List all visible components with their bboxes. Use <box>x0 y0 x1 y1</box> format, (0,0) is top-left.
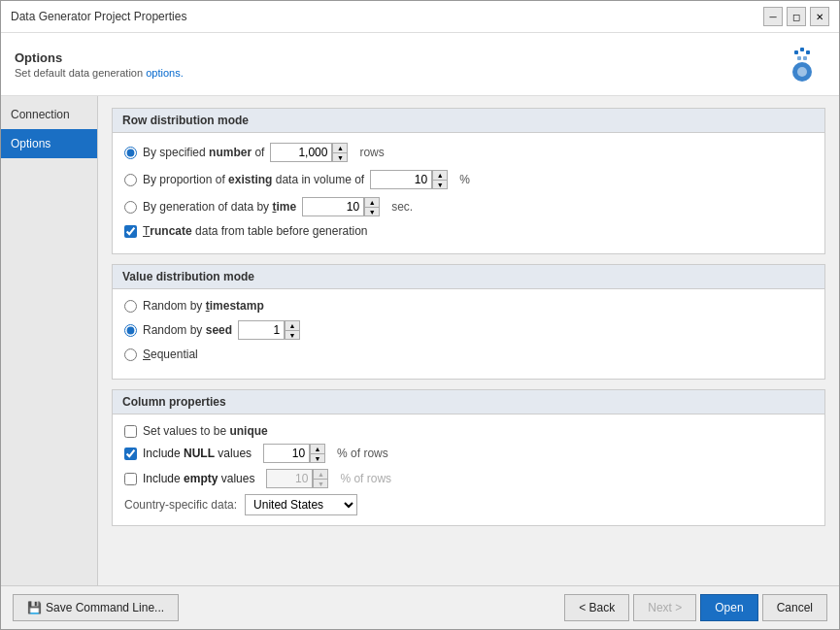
save-command-line-button[interactable]: 💾 Save Command Line... <box>13 594 179 621</box>
row-option1-row: By specified number of ▲ ▼ rows <box>124 143 813 162</box>
empty-unit: % of rows <box>340 472 391 485</box>
row-option2-radio[interactable] <box>124 174 137 186</box>
truncate-checkbox[interactable] <box>124 225 137 238</box>
country-label: Country-specific data: <box>124 498 237 512</box>
truncate-row: Truncate data from table before generati… <box>124 224 813 238</box>
null-down[interactable]: ▼ <box>310 453 325 463</box>
options-link[interactable]: options. <box>146 67 184 79</box>
val-option2-radio[interactable] <box>124 324 137 337</box>
null-unit: % of rows <box>337 447 388 460</box>
row-option3-radio[interactable] <box>124 201 137 214</box>
column-properties-body: Set values to be unique Include NULL val… <box>113 414 824 525</box>
unique-checkbox[interactable] <box>124 425 137 438</box>
next-button[interactable]: Next > <box>633 594 696 621</box>
seed-down[interactable]: ▼ <box>285 330 300 340</box>
row-option1-label: By specified number of <box>143 146 264 159</box>
sidebar: Connection Options <box>1 96 98 585</box>
null-label: Include NULL values <box>143 447 252 460</box>
null-value-input[interactable] <box>263 444 310 463</box>
back-button[interactable]: < Back <box>564 594 629 621</box>
column-properties-title: Column properties <box>113 390 824 414</box>
null-row: Include NULL values ▲ ▼ % of rows <box>124 444 813 463</box>
svg-rect-5 <box>803 56 807 60</box>
val-option1-label: Random by timestamp <box>143 299 264 313</box>
footer-right: < Back Next > Open Cancel <box>564 594 827 621</box>
main-content: Row distribution mode By specified numbe… <box>98 96 839 585</box>
null-spinner: ▲ ▼ <box>263 444 325 463</box>
val-option3-label: Sequential <box>143 348 198 361</box>
row-option1-spinner: ▲ ▼ <box>270 143 348 162</box>
row-time-up[interactable]: ▲ <box>364 197 380 207</box>
window: Data Generator Project Properties ─ ◻ ✕ … <box>0 0 840 630</box>
val-option1-row: Random by timestamp <box>124 299 813 313</box>
svg-rect-2 <box>800 48 804 51</box>
row-option2-row: By proportion of existing data in volume… <box>124 170 813 189</box>
empty-row: Include empty values ▲ ▼ % of rows <box>124 469 813 488</box>
empty-down[interactable]: ▼ <box>313 479 328 488</box>
row-time-spinner-buttons: ▲ ▼ <box>364 197 380 216</box>
row-proportion-up[interactable]: ▲ <box>432 170 448 180</box>
empty-checkbox[interactable] <box>124 473 137 485</box>
value-distribution-title: Value distribution mode <box>113 265 824 289</box>
empty-value-input[interactable] <box>266 469 313 488</box>
row-option2-spinner: ▲ ▼ <box>370 170 448 189</box>
seed-up[interactable]: ▲ <box>285 320 300 330</box>
svg-rect-4 <box>797 56 801 60</box>
empty-label: Include empty values <box>143 472 254 485</box>
title-bar: Data Generator Project Properties ─ ◻ ✕ <box>1 1 839 33</box>
restore-button[interactable]: ◻ <box>787 7 806 26</box>
row-proportion-down[interactable]: ▼ <box>432 180 448 189</box>
empty-spinner-buttons: ▲ ▼ <box>313 469 328 488</box>
header-icon <box>779 41 825 87</box>
svg-rect-1 <box>794 50 798 54</box>
row-option3-label: By generation of data by time <box>143 200 296 214</box>
unique-row: Set values to be unique <box>124 424 813 438</box>
row-number-input[interactable] <box>270 143 332 162</box>
row-time-down[interactable]: ▼ <box>364 207 380 216</box>
sidebar-item-connection[interactable]: Connection <box>1 100 97 129</box>
row-proportion-spinner-buttons: ▲ ▼ <box>432 170 448 189</box>
row-number-up[interactable]: ▲ <box>332 143 348 152</box>
row-number-spinner-buttons: ▲ ▼ <box>332 143 348 162</box>
val-option3-radio[interactable] <box>124 348 137 361</box>
open-button[interactable]: Open <box>700 594 757 621</box>
footer: 💾 Save Command Line... < Back Next > Ope… <box>1 585 839 629</box>
val-option1-radio[interactable] <box>124 300 137 313</box>
val-option3-row: Sequential <box>124 348 813 361</box>
value-distribution-section: Value distribution mode Random by timest… <box>112 264 825 380</box>
country-row: Country-specific data: United States Uni… <box>124 494 813 515</box>
row-distribution-body: By specified number of ▲ ▼ rows <box>113 133 824 253</box>
cancel-button[interactable]: Cancel <box>762 594 827 621</box>
save-icon: 💾 <box>27 601 42 614</box>
truncate-label: Truncate data from table before generati… <box>143 224 368 238</box>
val-option2-label: Random by seed <box>143 323 232 337</box>
body: Connection Options Row distribution mode… <box>1 96 839 585</box>
empty-up[interactable]: ▲ <box>313 469 328 479</box>
svg-point-6 <box>797 67 807 77</box>
null-up[interactable]: ▲ <box>310 444 325 453</box>
row-option2-label: By proportion of existing data in volume… <box>143 173 364 186</box>
close-button[interactable]: ✕ <box>810 7 829 26</box>
sidebar-item-options[interactable]: Options <box>1 129 97 158</box>
column-properties-section: Column properties Set values to be uniqu… <box>112 389 825 526</box>
null-spinner-buttons: ▲ ▼ <box>310 444 325 463</box>
country-select[interactable]: United States United Kingdom Canada Germ… <box>245 494 357 515</box>
unique-label: Set values to be unique <box>143 424 268 438</box>
row-proportion-input[interactable] <box>370 170 432 189</box>
seed-input[interactable] <box>238 320 285 340</box>
row-option1-unit: rows <box>359 146 384 159</box>
title-bar-left: Data Generator Project Properties <box>11 10 186 23</box>
row-option2-unit: % <box>459 173 470 186</box>
row-number-down[interactable]: ▼ <box>332 152 348 162</box>
seed-spinner-buttons: ▲ ▼ <box>285 320 300 340</box>
value-distribution-body: Random by timestamp Random by seed ▲ ▼ <box>113 289 824 379</box>
minimize-button[interactable]: ─ <box>763 7 783 26</box>
row-option1-radio[interactable] <box>124 147 137 159</box>
title-bar-controls: ─ ◻ ✕ <box>763 7 829 26</box>
row-option3-row: By generation of data by time ▲ ▼ sec. <box>124 197 813 216</box>
header: Options Set default data generation opti… <box>1 33 839 96</box>
row-time-input[interactable] <box>302 197 364 216</box>
null-checkbox[interactable] <box>124 448 137 460</box>
row-option3-spinner: ▲ ▼ <box>302 197 380 216</box>
window-title: Data Generator Project Properties <box>11 10 186 23</box>
